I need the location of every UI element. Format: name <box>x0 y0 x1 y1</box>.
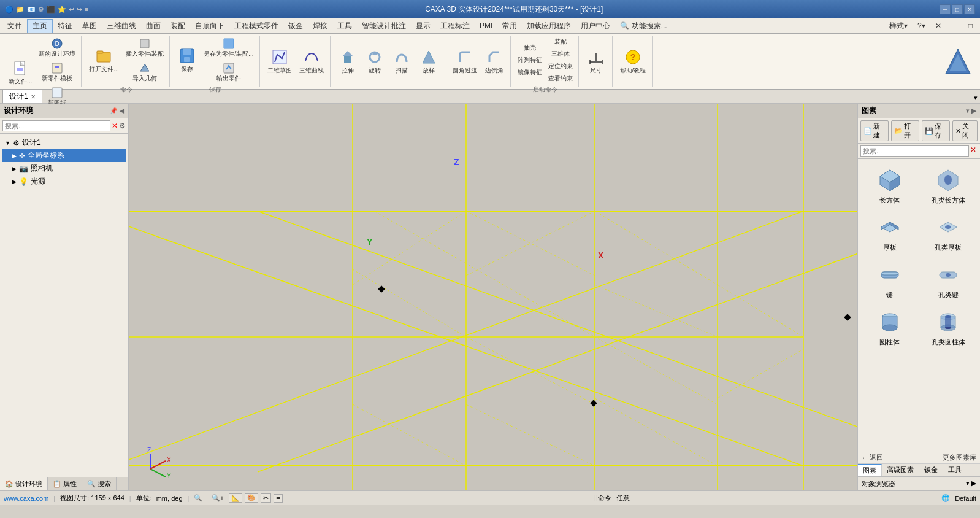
left-search-input[interactable] <box>2 120 110 131</box>
menu-tools[interactable]: 工具 <box>332 20 357 33</box>
right-panel-expand[interactable]: ▾ <box>966 107 969 114</box>
left-panel-collapse[interactable]: ◀ <box>120 107 124 114</box>
btn-2d-sketch[interactable]: 二维草图 <box>265 47 294 75</box>
menu-style[interactable]: 样式▾ <box>884 20 913 33</box>
shape-item-holed-cylinder[interactable]: 孔类圆柱体 <box>921 304 977 349</box>
btn-save-as[interactable]: 另存为零件/装配... <box>202 36 255 60</box>
right-panel-collapse[interactable]: ▶ <box>971 107 976 114</box>
search-go-btn[interactable]: ⚙ <box>119 122 126 130</box>
shape-item-cylinder[interactable]: 圆柱体 <box>862 304 918 349</box>
tree-expand-light[interactable]: ▶ <box>12 179 17 185</box>
left-panel-pin[interactable]: 📌 <box>110 107 117 114</box>
btn-help[interactable]: ? 帮助/教程 <box>618 47 649 75</box>
menu-usercenter[interactable]: 用户中心 <box>576 20 615 33</box>
btn-mirror[interactable]: 镜像特征 <box>516 67 544 78</box>
btn-extrude[interactable]: 拉伸 <box>335 47 360 75</box>
tree-expand-camera[interactable]: ▶ <box>12 166 17 172</box>
menu-smart[interactable]: 智能设计批注 <box>357 20 411 33</box>
tree-item-design1[interactable]: ▼ ⚙ 设计1 <box>2 136 126 149</box>
left-tab-properties[interactable]: 📋 属性 <box>48 477 82 490</box>
obj-browser-expand[interactable]: ▾ ▶ <box>966 479 976 487</box>
menu-common[interactable]: 常用 <box>497 20 522 33</box>
tree-item-coord[interactable]: ▶ ✛ 全局坐标系 <box>2 149 126 162</box>
tab-dropdown-btn[interactable]: ▾ <box>971 93 980 103</box>
rp-back-more-btn[interactable]: ← 返回 更多图素库 <box>858 452 980 464</box>
menu-sheetmetal[interactable]: 钣金 <box>283 20 308 33</box>
search-clear-btn[interactable]: ✕ <box>112 122 118 130</box>
tree-expand-coord[interactable]: ▶ <box>12 153 17 159</box>
btn-pattern[interactable]: 阵列特征 <box>516 55 544 66</box>
btn-fillet[interactable]: 圆角过渡 <box>450 47 480 75</box>
btn-new-part-template[interactable]: 新零件模板 <box>37 61 77 84</box>
menu-engdim[interactable]: 工程标注 <box>435 20 475 33</box>
doc-tab-design1-close[interactable]: ✕ <box>31 93 36 100</box>
zoom-out-icon[interactable]: 🔍− <box>194 494 206 502</box>
menu-home[interactable]: 主页 <box>27 19 53 33</box>
right-tab-sheetmetal[interactable]: 钣金 <box>919 464 943 476</box>
btn-open-file[interactable]: 打开文件... <box>86 46 121 74</box>
menu-engpart[interactable]: 工程模式零件 <box>229 20 283 33</box>
shape-item-holed-box[interactable]: 孔类长方体 <box>921 163 977 207</box>
tree-item-light[interactable]: ▶ 💡 光源 <box>2 175 126 188</box>
btn-pos-constraint[interactable]: 定位约束 <box>546 61 575 72</box>
menu-pmi[interactable]: PMI <box>475 20 497 31</box>
btn-save[interactable]: 保存 <box>175 46 199 74</box>
right-search-input[interactable] <box>860 145 969 157</box>
btn-view-constraint[interactable]: 查看约束 <box>546 73 575 84</box>
menu-addons[interactable]: 加载应用程序 <box>522 20 576 33</box>
menu-surface[interactable]: 曲面 <box>141 20 166 33</box>
view-orient-btn[interactable]: 📐 <box>229 493 242 503</box>
undo-icon[interactable]: ↩ <box>69 6 74 14</box>
doc-tab-design1[interactable]: 设计1 ✕ <box>2 90 42 103</box>
menu-max[interactable]: □ <box>963 20 978 31</box>
left-tab-design-env[interactable]: 🏠 设计环境 <box>0 477 48 490</box>
menu-assembly[interactable]: 装配 <box>166 20 190 33</box>
shape-item-holed-key[interactable]: 孔类键 <box>921 257 977 302</box>
menu-close[interactable]: ✕ <box>930 20 946 31</box>
zoom-in-icon[interactable]: 🔍+ <box>212 494 224 502</box>
more-btn[interactable]: ≡ <box>274 494 282 503</box>
btn-sweep[interactable]: 扫描 <box>389 47 414 75</box>
btn-new-design-env[interactable]: D 新的设计环境 <box>37 36 77 60</box>
menu-3dcurve[interactable]: 三维曲线 <box>102 20 141 33</box>
btn-import-geometry[interactable]: 导入几何 <box>124 61 166 84</box>
menu-feature[interactable]: 特征 <box>53 20 77 33</box>
btn-rotate[interactable]: 旋转 <box>362 47 387 75</box>
shape-item-key[interactable]: 键 <box>862 257 918 302</box>
redo-icon[interactable]: ↪ <box>77 6 82 14</box>
menu-search[interactable]: 🔍 功能搜索... <box>615 20 672 33</box>
left-tab-search[interactable]: 🔍 搜索 <box>82 477 117 490</box>
right-tab-shapes[interactable]: 图素 <box>858 464 882 476</box>
viewport[interactable]: Z Y X Z Y X <box>129 104 857 490</box>
tree-item-camera[interactable]: ▶ 📷 照相机 <box>2 162 126 175</box>
close-button[interactable]: ✕ <box>964 4 975 14</box>
minimize-button[interactable]: ─ <box>940 4 951 14</box>
btn-shell[interactable]: 抽壳 <box>516 42 544 53</box>
menu-file[interactable]: 文件 <box>2 20 27 33</box>
btn-export-part[interactable]: 输出零件 <box>202 61 255 84</box>
btn-new-file[interactable]: 新文件... <box>6 58 34 87</box>
rp-btn-new[interactable]: 📄 新建 <box>860 120 889 141</box>
statusbar-website[interactable]: www.caxa.com <box>4 495 48 502</box>
btn-chamfer[interactable]: 边倒角 <box>482 47 507 75</box>
btn-3d-curve[interactable]: 三维曲线 <box>297 47 326 75</box>
right-tab-advanced[interactable]: 高级图素 <box>882 464 919 476</box>
btn-dimension[interactable]: 尺寸 <box>584 47 608 75</box>
maximize-button[interactable]: □ <box>952 4 963 14</box>
menu-weld[interactable]: 焊接 <box>308 20 332 33</box>
shape-item-box[interactable]: 长方体 <box>862 163 918 207</box>
rp-btn-save[interactable]: 💾 保存 <box>922 120 950 141</box>
right-search-close[interactable]: ✕ <box>969 145 978 157</box>
menu-min[interactable]: — <box>946 20 963 31</box>
btn-insert-part[interactable]: 插入零件/装配 <box>124 36 166 60</box>
btn-3dbody[interactable]: 三维体 <box>546 48 575 60</box>
right-tab-tools[interactable]: 工具 <box>943 464 967 476</box>
menu-topdown[interactable]: 自顶向下 <box>190 20 229 33</box>
shape-item-holed-plate[interactable]: 孔类厚板 <box>921 210 977 255</box>
btn-loft[interactable]: 放样 <box>416 47 441 75</box>
render-btn[interactable]: 🎨 <box>245 493 258 503</box>
tree-expand-design1[interactable]: ▼ <box>5 140 10 146</box>
section-btn[interactable]: ✂ <box>261 493 271 503</box>
btn-assembly[interactable]: 装配 <box>546 36 575 47</box>
menu-sketch[interactable]: 草图 <box>77 20 102 33</box>
